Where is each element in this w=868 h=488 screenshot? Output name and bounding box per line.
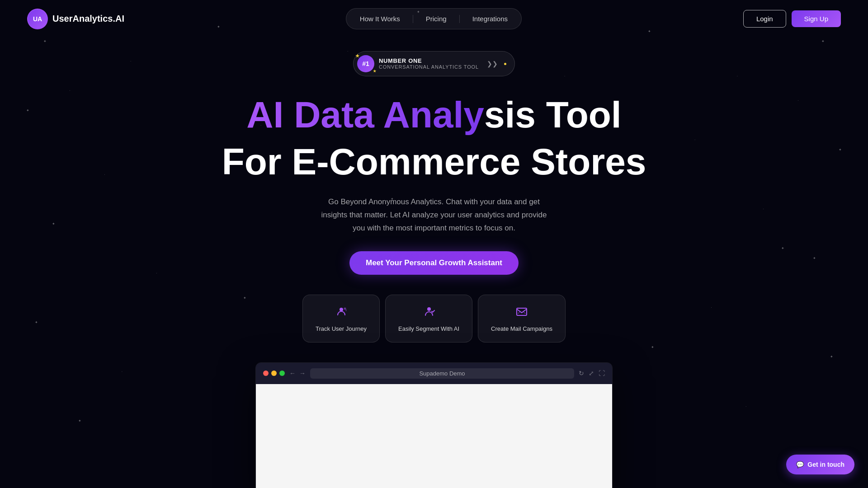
browser-back-icon[interactable]: ← <box>289 370 296 377</box>
browser-action-icons: ↻ ⤢ ⛶ <box>579 370 605 377</box>
feature-card-label-segment: Easily Segment With AI <box>398 325 459 332</box>
feature-card-label-track: Track User Journey <box>316 325 367 332</box>
get-in-touch-button[interactable]: 💬 Get in touch <box>786 455 854 474</box>
hero-subheading: For E-Commerce Stores <box>222 141 646 183</box>
signup-button[interactable]: Sign Up <box>792 10 841 27</box>
hero-heading: AI Data Analysis Tool <box>246 94 621 135</box>
browser-external-icon[interactable]: ⤢ <box>589 370 594 377</box>
browser-window: ← → Supademo Demo ↻ ⤢ ⛶ <box>255 362 613 488</box>
cta-button[interactable]: Meet Your Personal Growth Assistant <box>349 251 519 275</box>
nav-link-integrations[interactable]: Integrations <box>462 11 518 26</box>
svg-point-1 <box>344 307 346 310</box>
nav-link-how-it-works[interactable]: How It Works <box>350 11 410 26</box>
nav-divider-2 <box>459 15 460 23</box>
chat-icon: 💬 <box>796 461 804 468</box>
hero-heading-gradient: AI Data Analy <box>246 94 484 135</box>
nav-divider-1 <box>413 15 413 23</box>
hero-section: ★ #1 ★ NUMBER ONE CONVERSATIONAL ANALYTI… <box>0 38 868 488</box>
browser-forward-icon[interactable]: → <box>299 370 306 377</box>
brand-name: UserAnalytics.AI <box>52 14 124 24</box>
badge-chevron-icon: ❯❯ <box>487 60 498 67</box>
browser-content <box>256 384 612 488</box>
nav-links: How It Works Pricing Integrations <box>346 8 522 29</box>
badge-star-top: ★ <box>355 53 359 58</box>
browser-topbar: ← → Supademo Demo ↻ ⤢ ⛶ <box>256 363 612 384</box>
logo-icon: UA <box>27 9 48 29</box>
track-user-journey-icon <box>335 305 348 321</box>
feature-card-label-mail: Create Mail Campaigns <box>491 325 552 332</box>
badge-dot <box>504 63 506 65</box>
badge-rank-icon: ★ #1 ★ <box>357 55 374 72</box>
browser-refresh-icon[interactable]: ↻ <box>579 370 584 377</box>
nav-link-pricing[interactable]: Pricing <box>416 11 457 26</box>
browser-traffic-lights <box>263 371 285 376</box>
svg-point-2 <box>427 307 431 311</box>
badge-star-bottom: ★ <box>373 69 376 73</box>
browser-minimize-dot[interactable] <box>271 371 277 376</box>
mail-campaigns-icon <box>515 305 528 321</box>
browser-navigation: ← → <box>289 370 306 377</box>
login-button[interactable]: Login <box>743 10 786 28</box>
feature-cards: Track User Journey Easily Segment With A… <box>302 295 566 343</box>
browser-maximize-dot[interactable] <box>279 371 285 376</box>
browser-fullscreen-icon[interactable]: ⛶ <box>599 370 605 377</box>
feature-card-segment[interactable]: Easily Segment With AI <box>385 295 472 343</box>
badge-text-group: NUMBER ONE CONVERSATIONAL ANALYTICS TOOL <box>379 57 479 70</box>
hero-heading-white: sis Tool <box>484 94 622 135</box>
navbar: UA UserAnalytics.AI How It Works Pricing… <box>0 0 868 38</box>
nav-logo[interactable]: UA UserAnalytics.AI <box>27 9 124 29</box>
badge-title: NUMBER ONE <box>379 57 422 65</box>
svg-rect-3 <box>517 308 527 315</box>
browser-url-bar[interactable]: Supademo Demo <box>310 368 574 379</box>
feature-card-track-user-journey[interactable]: Track User Journey <box>302 295 380 343</box>
get-in-touch-label: Get in touch <box>807 461 844 468</box>
browser-close-dot[interactable] <box>263 371 269 376</box>
nav-actions: Login Sign Up <box>743 10 841 28</box>
segment-icon <box>423 305 435 321</box>
feature-card-mail[interactable]: Create Mail Campaigns <box>478 295 566 343</box>
hero-description: Go Beyond Anonymous Analytics. Chat with… <box>316 196 552 235</box>
number-one-badge[interactable]: ★ #1 ★ NUMBER ONE CONVERSATIONAL ANALYTI… <box>353 51 515 76</box>
svg-point-0 <box>340 308 343 311</box>
badge-subtitle: CONVERSATIONAL ANALYTICS TOOL <box>379 64 479 70</box>
